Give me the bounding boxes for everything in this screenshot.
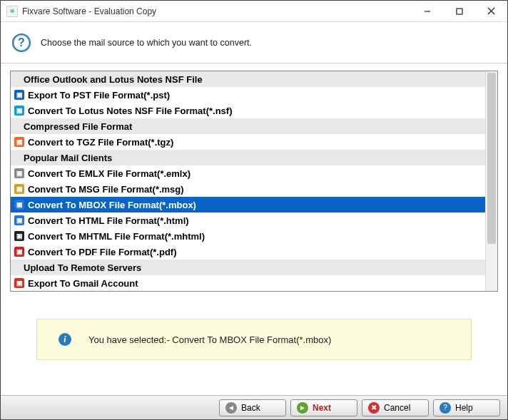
list-item-label: Convert To Lotus Notes NSF File Format(*… xyxy=(28,106,233,116)
msg-icon: ▣ xyxy=(14,183,25,195)
mbox-icon: ▣ xyxy=(14,199,25,210)
cancel-icon: ✖ xyxy=(368,402,380,414)
list-item[interactable]: ▣Convert To MSG File Format(*.msg) xyxy=(11,181,485,197)
list-header: Compressed File Format xyxy=(11,118,485,134)
next-label: Next xyxy=(313,403,331,413)
list-item-label: Convert To MHTML File Format(*.mhtml) xyxy=(28,231,205,242)
emlx-icon: ▣ xyxy=(14,168,25,179)
status-prefix: You have selected:- xyxy=(88,334,172,345)
list-item[interactable]: ▣Convert To PDF File Format(*.pdf) xyxy=(11,244,485,260)
minimize-button[interactable] xyxy=(411,1,443,21)
list-item[interactable]: ▣Convert to TGZ File Format(*.tgz) xyxy=(11,134,485,150)
help-icon: ? xyxy=(440,402,451,414)
next-button[interactable]: ► Next xyxy=(290,399,357,416)
arrow-left-icon: ◄ xyxy=(225,402,237,414)
list-item-label: Office Outlook and Lotus Notes NSF File xyxy=(24,74,203,85)
list-item[interactable]: ▣Convert To HTML File Format(*.html) xyxy=(11,212,485,228)
list-item-label: Upload To Remote Servers xyxy=(24,262,141,273)
list-header: Popular Mail Clients xyxy=(11,150,485,165)
svg-rect-1 xyxy=(457,9,462,14)
list-item[interactable]: ▣Convert To MHTML File Format(*.mhtml) xyxy=(11,228,485,244)
list-item-label: Export To Gmail Account xyxy=(28,278,138,289)
lotus-icon: ▣ xyxy=(14,105,25,116)
list-item-label: Convert To MBOX File Format(*.mbox) xyxy=(28,200,196,210)
maximize-button[interactable] xyxy=(443,1,475,21)
list-header: Office Outlook and Lotus Notes NSF File xyxy=(11,71,485,87)
close-button[interactable] xyxy=(475,1,507,21)
html-icon: ▣ xyxy=(14,215,25,226)
back-button[interactable]: ◄ Back xyxy=(219,399,286,416)
window-title: Fixvare Software - Evaluation Copy xyxy=(22,6,411,16)
status-text: You have selected:- Convert To MBOX File… xyxy=(88,334,331,345)
info-icon: i xyxy=(59,333,71,346)
cancel-label: Cancel xyxy=(384,403,410,413)
instruction-text: Choose the mail source to which you want… xyxy=(41,38,252,48)
list-header: Upload To Remote Servers xyxy=(11,260,485,275)
mhtml-icon: ▣ xyxy=(14,230,25,242)
list-item[interactable]: ▣Export To Gmail Account xyxy=(11,275,485,291)
status-value: Convert To MBOX File Format(*.mbox) xyxy=(172,334,331,345)
format-list-inner: Office Outlook and Lotus Notes NSF File▣… xyxy=(11,71,485,291)
scrollbar-thumb[interactable] xyxy=(487,73,496,244)
instruction-bar: ? Choose the mail source to which you wa… xyxy=(1,22,507,63)
outlook-icon: ▣ xyxy=(14,89,25,101)
help-label: Help xyxy=(455,403,473,413)
list-item-label: Popular Mail Clients xyxy=(24,153,112,163)
cancel-button[interactable]: ✖ Cancel xyxy=(362,399,429,416)
list-item-label: Export To PST File Format(*.pst) xyxy=(28,90,170,101)
app-icon: ✳ xyxy=(6,6,18,17)
arrow-right-icon: ► xyxy=(297,402,308,414)
help-button[interactable]: ? Help xyxy=(433,399,500,416)
list-item-label: Convert To HTML File Format(*.html) xyxy=(28,215,189,226)
back-label: Back xyxy=(241,403,260,413)
pdf-icon: ▣ xyxy=(14,246,25,257)
list-item-label: Convert To PDF File Format(*.pdf) xyxy=(28,247,176,257)
titlebar: ✳ Fixvare Software - Evaluation Copy xyxy=(1,1,507,22)
list-item[interactable]: ▣Export To PST File Format(*.pst) xyxy=(11,87,485,103)
list-item-label: Convert To EMLX File Format(*.emlx) xyxy=(28,168,190,179)
tgz-icon: ▣ xyxy=(14,136,25,148)
question-icon: ? xyxy=(12,34,31,52)
scrollbar[interactable] xyxy=(485,71,497,291)
list-item-label: Convert To MSG File Format(*.msg) xyxy=(28,184,184,195)
list-item[interactable]: ▣Convert To EMLX File Format(*.emlx) xyxy=(11,165,485,181)
list-item[interactable]: ▣Convert To Lotus Notes NSF File Format(… xyxy=(11,103,485,118)
footer: ◄ Back ► Next ✖ Cancel ? Help xyxy=(1,395,507,419)
format-list: Office Outlook and Lotus Notes NSF File▣… xyxy=(10,71,498,292)
gmail-icon: ▣ xyxy=(14,277,25,289)
list-item[interactable]: ▣Convert To MBOX File Format(*.mbox) xyxy=(11,197,485,212)
list-item-label: Compressed File Format xyxy=(24,121,132,132)
status-panel: i You have selected:- Convert To MBOX Fi… xyxy=(36,319,472,360)
list-item-label: Convert to TGZ File Format(*.tgz) xyxy=(28,137,173,148)
